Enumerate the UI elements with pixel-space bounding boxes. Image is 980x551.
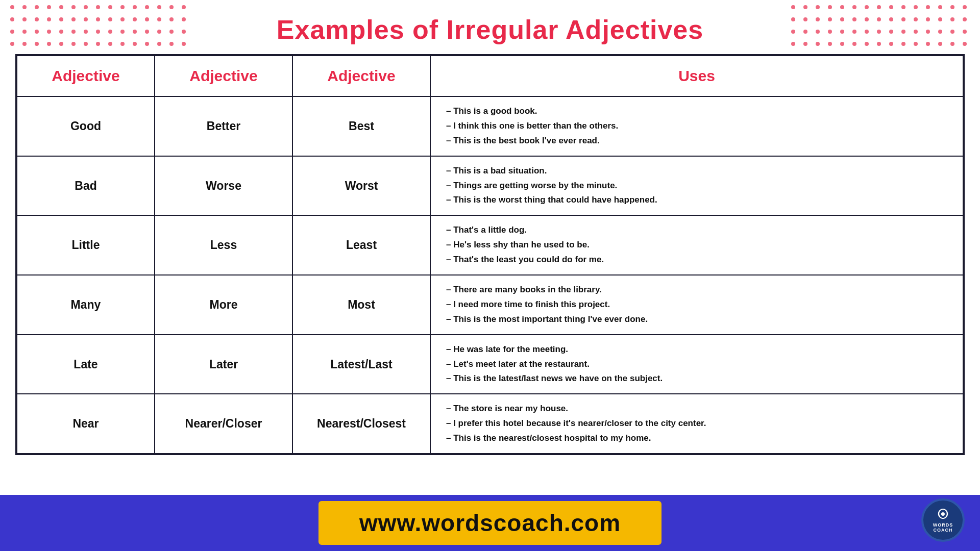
logo-text: WORDS COACH: [923, 522, 963, 533]
header-comparative-adjective: Adjective: [155, 56, 292, 96]
base-word-cell: Bad: [17, 156, 155, 216]
table-row: LateLaterLatest/Last– He was late for th…: [17, 335, 963, 394]
table-row: GoodBetterBest– This is a good book.– I …: [17, 96, 963, 156]
uses-cell: – The store is near my house.– I prefer …: [430, 394, 963, 454]
base-word-cell: Good: [17, 96, 155, 156]
logo-badge: ⦿ WORDS COACH: [921, 498, 965, 542]
table-row: ManyMoreMost– There are many books in th…: [17, 275, 963, 335]
table-header-row: Adjective Adjective Adjective Uses: [17, 56, 963, 96]
base-word-cell: Near: [17, 394, 155, 454]
superlative-word-cell: Best: [292, 96, 430, 156]
comparative-word-cell: Nearer/Closer: [155, 394, 292, 454]
header-base-adjective: Adjective: [17, 56, 155, 96]
uses-cell: – That's a little dog.– He's less shy th…: [430, 215, 963, 275]
table-row: NearNearer/CloserNearest/Closest– The st…: [17, 394, 963, 454]
footer: www.wordscoach.com ⦿ WORDS COACH: [0, 495, 980, 551]
page-title: Examples of Irregular Adjectives: [0, 0, 980, 54]
base-word-cell: Little: [17, 215, 155, 275]
table-row: BadWorseWorst– This is a bad situation.–…: [17, 156, 963, 216]
comparative-word-cell: Later: [155, 335, 292, 394]
uses-cell: – This is a good book.– I think this one…: [430, 96, 963, 156]
url-banner: www.wordscoach.com: [318, 501, 662, 545]
comparative-word-cell: Less: [155, 215, 292, 275]
website-url: www.wordscoach.com: [359, 510, 621, 536]
base-word-cell: Late: [17, 335, 155, 394]
adjectives-table: Adjective Adjective Adjective Uses GoodB…: [16, 55, 964, 454]
superlative-word-cell: Worst: [292, 156, 430, 216]
header-uses: Uses: [430, 56, 963, 96]
superlative-word-cell: Nearest/Closest: [292, 394, 430, 454]
comparative-word-cell: Better: [155, 96, 292, 156]
uses-cell: – He was late for the meeting.– Let's me…: [430, 335, 963, 394]
superlative-word-cell: Least: [292, 215, 430, 275]
uses-cell: – There are many books in the library.– …: [430, 275, 963, 335]
main-table-wrapper: Adjective Adjective Adjective Uses GoodB…: [15, 54, 965, 455]
uses-cell: – This is a bad situation.– Things are g…: [430, 156, 963, 216]
comparative-word-cell: Worse: [155, 156, 292, 216]
superlative-word-cell: Most: [292, 275, 430, 335]
base-word-cell: Many: [17, 275, 155, 335]
header-superlative-adjective: Adjective: [292, 56, 430, 96]
superlative-word-cell: Latest/Last: [292, 335, 430, 394]
table-row: LittleLessLeast– That's a little dog.– H…: [17, 215, 963, 275]
comparative-word-cell: More: [155, 275, 292, 335]
logo-icon: ⦿: [937, 508, 949, 521]
